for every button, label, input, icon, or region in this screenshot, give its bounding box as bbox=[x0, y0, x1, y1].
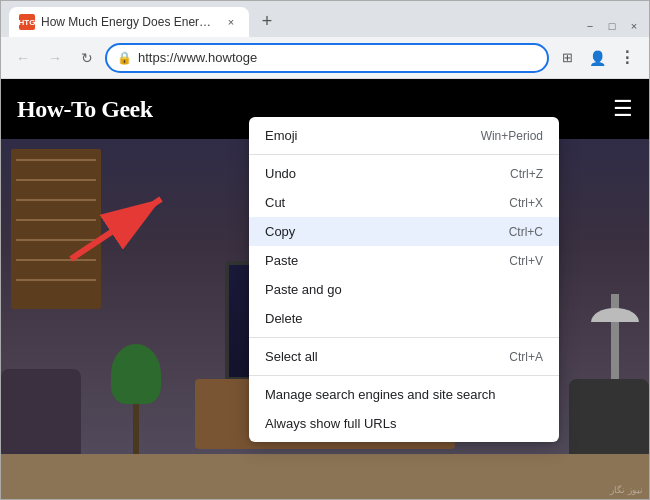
context-menu-item-paste[interactable]: Paste Ctrl+V bbox=[249, 246, 559, 275]
profile-button[interactable]: 👤 bbox=[583, 44, 611, 72]
context-menu: Emoji Win+Period Undo Ctrl+Z Cut Ctrl+X … bbox=[249, 117, 559, 442]
address-text: https://www.howtoge bbox=[138, 50, 537, 65]
lock-icon: 🔒 bbox=[117, 51, 132, 65]
plant bbox=[111, 354, 161, 454]
reload-button[interactable]: ↻ bbox=[73, 44, 101, 72]
plant-foliage bbox=[111, 344, 161, 404]
context-menu-divider-1 bbox=[249, 154, 559, 155]
window-controls: − □ × bbox=[583, 19, 641, 33]
context-menu-item-show-full-urls[interactable]: Always show full URLs bbox=[249, 409, 559, 438]
svg-line-1 bbox=[71, 199, 161, 259]
context-menu-divider-2 bbox=[249, 337, 559, 338]
context-menu-item-select-all[interactable]: Select all Ctrl+A bbox=[249, 342, 559, 371]
extensions-button[interactable]: ⊞ bbox=[553, 44, 581, 72]
browser-tab[interactable]: HTG How Much Energy Does Energy… × bbox=[9, 7, 249, 37]
tab-close-button[interactable]: × bbox=[223, 14, 239, 30]
back-button[interactable]: ← bbox=[9, 44, 37, 72]
title-bar: HTG How Much Energy Does Energy… × + − □… bbox=[1, 1, 649, 37]
context-menu-divider-3 bbox=[249, 375, 559, 376]
plant-stem bbox=[133, 404, 139, 454]
watermark-text: نيوز نگار bbox=[610, 485, 643, 495]
context-menu-item-delete[interactable]: Delete bbox=[249, 304, 559, 333]
watermark: نيوز نگار bbox=[610, 485, 643, 495]
htg-logo: How-To Geek bbox=[17, 96, 153, 123]
hamburger-icon[interactable]: ☰ bbox=[613, 96, 633, 122]
browser-frame: HTG How Much Energy Does Energy… × + − □… bbox=[0, 0, 650, 500]
floor bbox=[1, 454, 649, 499]
context-menu-item-paste-and-go[interactable]: Paste and go bbox=[249, 275, 559, 304]
forward-button[interactable]: → bbox=[41, 44, 69, 72]
maximize-button[interactable]: □ bbox=[605, 19, 619, 33]
close-button[interactable]: × bbox=[627, 19, 641, 33]
tab-title: How Much Energy Does Energy… bbox=[41, 15, 217, 29]
tab-favicon: HTG bbox=[19, 14, 35, 30]
context-menu-item-manage-search[interactable]: Manage search engines and site search bbox=[249, 380, 559, 409]
context-menu-item-copy[interactable]: Copy Ctrl+C bbox=[249, 217, 559, 246]
context-menu-item-cut[interactable]: Cut Ctrl+X bbox=[249, 188, 559, 217]
red-arrow-svg bbox=[61, 189, 181, 269]
nav-bar: ← → ↻ 🔒 https://www.howtoge ⊞ 👤 ⋮ bbox=[1, 37, 649, 79]
context-menu-item-emoji[interactable]: Emoji Win+Period bbox=[249, 121, 559, 150]
page-content: How-To Geek ☰ bbox=[1, 79, 649, 499]
menu-button[interactable]: ⋮ bbox=[613, 44, 641, 72]
address-bar[interactable]: 🔒 https://www.howtoge bbox=[105, 43, 549, 73]
minimize-button[interactable]: − bbox=[583, 19, 597, 33]
context-menu-item-undo[interactable]: Undo Ctrl+Z bbox=[249, 159, 559, 188]
new-tab-button[interactable]: + bbox=[253, 7, 281, 35]
nav-right-buttons: ⊞ 👤 ⋮ bbox=[553, 44, 641, 72]
